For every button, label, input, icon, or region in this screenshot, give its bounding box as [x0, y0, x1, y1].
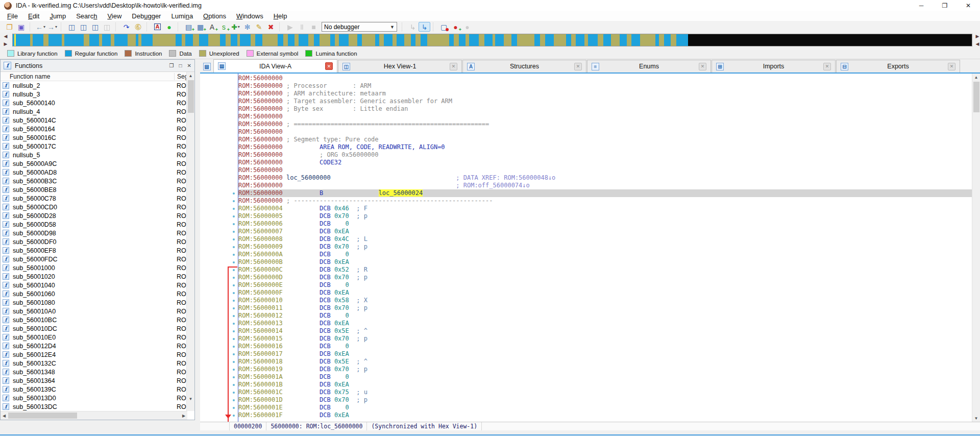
- lumina-ball-icon[interactable]: ●: [163, 22, 175, 32]
- functions-column-header[interactable]: Function name Seg: [1, 72, 187, 81]
- table-row-function[interactable]: fsub_56000164ROM: [1, 125, 187, 133]
- table-row-function[interactable]: fsub_5600132CROM: [1, 359, 187, 368]
- tab-close-icon[interactable]: ✕: [948, 63, 955, 70]
- table-row-function[interactable]: fsub_56000D98ROM: [1, 229, 187, 237]
- tab-close-icon[interactable]: ✕: [325, 62, 333, 70]
- disassembly-line[interactable]: ROM:5600001A DCB 0: [238, 373, 972, 381]
- table-row-function[interactable]: fsub_56001364ROM: [1, 376, 187, 385]
- table-row-function[interactable]: fsub_56000BE8ROM: [1, 185, 187, 194]
- table-row-function[interactable]: fsub_560010A0ROM: [1, 307, 187, 316]
- menu-item-view[interactable]: View: [102, 12, 127, 20]
- scroll-left-icon[interactable]: ◀: [1, 411, 8, 420]
- tab-close-icon[interactable]: ✕: [823, 63, 831, 70]
- table-row-function[interactable]: fsub_560010DCROM: [1, 324, 187, 333]
- table-row-function[interactable]: fsub_560010BCROM: [1, 316, 187, 324]
- table-row-function[interactable]: fsub_56001000ROM: [1, 263, 187, 272]
- table-row-function[interactable]: fsub_56000FDCROM: [1, 255, 187, 263]
- table-row-function[interactable]: fsub_56000CD0ROM: [1, 203, 187, 211]
- menu-item-windows[interactable]: Windows: [231, 12, 268, 20]
- disassembly-line[interactable]: ROM:5600000E DCB 0: [238, 281, 972, 289]
- band-scroll-right[interactable]: ▶◀: [974, 34, 980, 47]
- table-row-function[interactable]: fsub_56001060ROM: [1, 289, 187, 298]
- functions-vertical-scrollbar[interactable]: ▲ ▼: [186, 72, 194, 411]
- disassembly-line[interactable]: ROM:56000000 ; -------------------------…: [238, 197, 972, 205]
- disassembly-line[interactable]: ROM:56000012 DCB 0: [238, 312, 972, 320]
- disassembly-line[interactable]: ROM:56000000 ; =========================…: [238, 120, 972, 128]
- disassembly-line[interactable]: ROM:56000000 ; Byte sex : Little endian: [238, 105, 972, 113]
- table-row-function[interactable]: fsub_56000EF8ROM: [1, 246, 187, 255]
- freeze-item-icon[interactable]: ✻: [241, 22, 253, 32]
- search-text-icon[interactable]: ◫: [78, 22, 89, 32]
- tab-enums[interactable]: ≡Enums✕: [587, 60, 711, 72]
- scrollbar-thumb[interactable]: [8, 413, 77, 419]
- tab-imports[interactable]: ⊞Imports✕: [712, 60, 836, 72]
- table-row-function[interactable]: fsub_56001080ROM: [1, 298, 187, 307]
- disassembly-line[interactable]: ROM:56000008 DCB 0x4C ; L: [238, 235, 972, 243]
- table-row-function[interactable]: fsub_56000A9CROM: [1, 159, 187, 168]
- navigation-band[interactable]: [12, 34, 972, 46]
- table-row-function[interactable]: fsub_56000DF0ROM: [1, 237, 187, 246]
- table-row-function[interactable]: fsub_56000C78ROM: [1, 194, 187, 203]
- disassembly-line[interactable]: ROM:5600001E DCB 0: [238, 404, 972, 411]
- disassembly-line[interactable]: ROM:5600001B DCB 0xEA: [238, 381, 972, 389]
- breakpoint-list-icon[interactable]: ▢: [438, 22, 450, 32]
- maximize-button[interactable]: □: [179, 63, 182, 68]
- disassembly-line[interactable]: ROM:56000000 ; Target assembler: Generic…: [238, 98, 972, 105]
- create-name-icon[interactable]: A+: [206, 22, 218, 32]
- disassembly-line[interactable]: ROM:56000009 DCB 0x70 ; p: [238, 243, 972, 251]
- tab-ida-view-a[interactable]: ▤IDA View-A✕: [213, 59, 337, 72]
- scroll-down-icon[interactable]: ▼: [972, 415, 980, 422]
- disassembly-line[interactable]: ROM:5600000C DCB 0x52 ; R: [238, 266, 972, 274]
- disassembly-line[interactable]: ROM:56000017 DCB 0xEA: [238, 350, 972, 358]
- disassembly-line[interactable]: ROM:56000011 DCB 0x70 ; p: [238, 304, 972, 312]
- tab-close-icon[interactable]: ✕: [450, 63, 457, 70]
- scroll-right-icon[interactable]: ▶: [180, 411, 187, 420]
- menu-item-edit[interactable]: Edit: [23, 12, 44, 20]
- menu-item-jump[interactable]: Jump: [44, 12, 71, 20]
- disassembly-line[interactable]: ROM:56000007 DCB 0xEA: [238, 228, 972, 235]
- breakpoint-add-icon[interactable]: ●+: [450, 22, 461, 32]
- scrollbar-thumb[interactable]: [188, 80, 194, 113]
- disassembly-view[interactable]: ROM:56000000ROM:56000000 ; Processor : A…: [200, 74, 972, 422]
- disassembly-line[interactable]: ROM:5600001D DCB 0x70 ; p: [238, 396, 972, 404]
- disassembly-line[interactable]: ROM:56000000 CODE32: [238, 159, 972, 166]
- band-scroll-left[interactable]: ◀▶: [2, 34, 9, 47]
- nav-back-icon[interactable]: ←▾: [35, 22, 46, 32]
- table-row-function[interactable]: fnullsub_5ROM: [1, 151, 187, 159]
- disassembly-line[interactable]: ROM:56000018 DCB 0x5E ; ^: [238, 358, 972, 366]
- tab-close-icon[interactable]: ✕: [699, 63, 706, 70]
- create-data-icon[interactable]: ▦+: [194, 22, 206, 32]
- disassembly-line[interactable]: ROM:5600001F DCB 0xEA: [238, 411, 972, 419]
- debugger-select-combobox[interactable]: No debugger▼: [322, 22, 397, 32]
- disassembly-line[interactable]: ROM:56000000 loc_56000000 ; DATA XREF: R…: [238, 174, 972, 182]
- table-row-function[interactable]: fsub_560013D0ROM: [1, 394, 187, 402]
- tab-exports[interactable]: ⊟Exports✕: [836, 60, 960, 72]
- table-row-function[interactable]: fsub_56000B3CROM: [1, 177, 187, 185]
- disassembly-line[interactable]: ROM:56000000 B loc_56000024: [238, 189, 972, 197]
- debug-continue-icon[interactable]: ↳: [419, 22, 430, 32]
- table-row-function[interactable]: fsub_5600016CROM: [1, 133, 187, 142]
- table-row-function[interactable]: fsub_560012D4ROM: [1, 342, 187, 350]
- lumina-keys-icon[interactable]: ➅: [132, 22, 144, 32]
- tab-close-icon[interactable]: ✕: [574, 63, 582, 70]
- search-values-icon[interactable]: ◫: [89, 22, 101, 32]
- disassembly-line[interactable]: ROM:56000000: [238, 75, 972, 82]
- table-row-function[interactable]: fsub_5600139CROM: [1, 385, 187, 394]
- scroll-up-icon[interactable]: ▲: [187, 72, 194, 79]
- disassembly-line[interactable]: ROM:56000000 AREA ROM, CODE, READWRITE, …: [238, 143, 972, 151]
- disassembly-line[interactable]: ROM:56000000 ; ORG 0x56000000: [238, 151, 972, 159]
- delete-item-icon[interactable]: ✖: [265, 22, 277, 32]
- table-row-function[interactable]: fnullsub_4ROM: [1, 107, 187, 116]
- table-row-function[interactable]: fsub_56000140ROM: [1, 99, 187, 107]
- disassembly-line[interactable]: ROM:56000015 DCB 0x70 ; p: [238, 335, 972, 343]
- save-file-icon[interactable]: ▣: [15, 22, 27, 32]
- disassembly-line[interactable]: ROM:56000014 DCB 0x5E ; ^: [238, 327, 972, 335]
- tab-hex-view-1[interactable]: ◫Hex View-1✕: [338, 60, 462, 72]
- scroll-down-icon[interactable]: ▼: [187, 395, 194, 402]
- table-row-function[interactable]: fsub_560012E4ROM: [1, 350, 187, 359]
- create-struct-icon[interactable]: ✚▾: [230, 22, 241, 32]
- disassembly-line[interactable]: ROM:56000000 ; ROM:off_56000074↓o: [238, 182, 972, 189]
- disassembly-line[interactable]: ROM:56000000 ; Processor : ARM: [238, 82, 972, 90]
- table-row-function[interactable]: fsub_56001040ROM: [1, 281, 187, 289]
- disassembly-line[interactable]: ROM:56000000 ; Segment type: Pure code: [238, 136, 972, 143]
